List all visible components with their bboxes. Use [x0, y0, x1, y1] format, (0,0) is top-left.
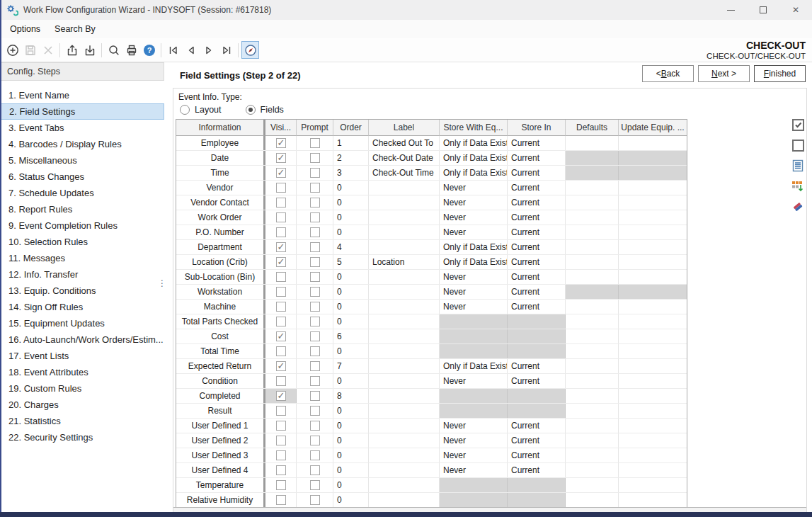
- prompt-cell[interactable]: [297, 419, 333, 433]
- prompt-checkbox[interactable]: [310, 183, 320, 193]
- info-cell[interactable]: Result: [176, 404, 265, 418]
- visible-cell[interactable]: [265, 419, 297, 433]
- info-cell[interactable]: Location (Crib): [176, 255, 265, 269]
- visible-checkbox[interactable]: [276, 153, 286, 163]
- store-with-eq-cell[interactable]: Never: [440, 270, 508, 284]
- store-in-cell[interactable]: Current: [508, 151, 566, 165]
- visible-checkbox[interactable]: [276, 302, 286, 312]
- visible-cell[interactable]: [265, 329, 297, 343]
- back-button[interactable]: < Back: [642, 65, 694, 82]
- store-in-cell[interactable]: Current: [508, 195, 566, 210]
- prompt-cell[interactable]: [297, 448, 333, 462]
- sidebar-item[interactable]: 8. Report Rules: [0, 201, 164, 217]
- label-cell[interactable]: [369, 195, 440, 210]
- order-cell[interactable]: 0: [333, 181, 369, 195]
- visible-cell[interactable]: [265, 151, 297, 165]
- defaults-cell[interactable]: [566, 181, 619, 195]
- update-equip-cell[interactable]: [619, 195, 687, 210]
- store-in-cell[interactable]: Current: [508, 270, 566, 284]
- defaults-cell[interactable]: [566, 285, 619, 299]
- info-cell[interactable]: Vendor Contact: [176, 195, 265, 210]
- defaults-cell[interactable]: [566, 374, 619, 388]
- defaults-cell[interactable]: [566, 419, 619, 433]
- visible-checkbox[interactable]: [276, 361, 286, 371]
- horizontal-scrollbar[interactable]: [173, 507, 806, 512]
- defaults-cell[interactable]: [566, 478, 619, 492]
- visible-cell[interactable]: [265, 478, 297, 492]
- order-cell[interactable]: 0: [333, 493, 369, 507]
- update-equip-cell[interactable]: [619, 240, 687, 254]
- defaults-cell[interactable]: [566, 136, 619, 150]
- visible-cell[interactable]: [265, 389, 297, 403]
- fields-radio[interactable]: [246, 105, 256, 115]
- label-cell[interactable]: [369, 404, 440, 418]
- store-with-eq-cell[interactable]: [440, 389, 508, 403]
- defaults-cell[interactable]: [566, 359, 619, 373]
- store-in-cell[interactable]: [508, 404, 566, 418]
- menu-options[interactable]: Options: [3, 22, 47, 36]
- uncheck-all-icon[interactable]: [791, 138, 805, 152]
- visible-cell[interactable]: [265, 433, 297, 448]
- info-cell[interactable]: Vendor: [176, 181, 265, 195]
- sidebar-item[interactable]: 4. Barcodes / Display Rules: [0, 136, 164, 152]
- prompt-checkbox[interactable]: [310, 227, 320, 237]
- sidebar-item[interactable]: 20. Charges: [0, 397, 164, 413]
- defaults-cell[interactable]: [566, 329, 619, 343]
- info-cell[interactable]: Machine: [176, 300, 265, 314]
- info-cell[interactable]: Expected Return: [176, 359, 265, 373]
- store-in-cell[interactable]: Current: [508, 463, 566, 477]
- prompt-cell[interactable]: [297, 181, 333, 195]
- visible-checkbox[interactable]: [276, 376, 286, 386]
- update-equip-cell[interactable]: [619, 166, 687, 180]
- sidebar-item[interactable]: 5. Miscellaneous: [0, 152, 164, 169]
- visible-checkbox[interactable]: [276, 495, 286, 505]
- store-in-cell[interactable]: [508, 329, 566, 343]
- visible-cell[interactable]: [265, 463, 297, 477]
- visible-cell[interactable]: [265, 255, 297, 269]
- order-cell[interactable]: 6: [333, 329, 369, 343]
- store-with-eq-cell[interactable]: [440, 344, 508, 358]
- label-cell[interactable]: [369, 448, 440, 462]
- label-cell[interactable]: [369, 493, 440, 507]
- visible-cell[interactable]: [265, 404, 297, 418]
- update-equip-cell[interactable]: [619, 136, 687, 150]
- sidebar-item[interactable]: 13. Equip. Conditions: [0, 283, 164, 299]
- info-cell[interactable]: User Defined 1: [176, 419, 265, 433]
- info-cell[interactable]: Condition: [176, 374, 265, 388]
- help-icon[interactable]: ?: [140, 41, 158, 59]
- store-in-cell[interactable]: Current: [508, 285, 566, 299]
- store-in-cell[interactable]: Current: [508, 166, 566, 180]
- label-cell[interactable]: Check-Out Date: [369, 151, 440, 165]
- info-cell[interactable]: User Defined 3: [176, 448, 265, 462]
- defaults-cell[interactable]: [566, 448, 619, 462]
- sidebar-item[interactable]: 7. Schedule Updates: [0, 185, 164, 201]
- store-with-eq-cell[interactable]: Only if Data Exists: [440, 240, 508, 254]
- prompt-cell[interactable]: [297, 329, 333, 343]
- sidebar-item[interactable]: 16. Auto-Launch/Work Orders/Estim...: [0, 331, 164, 348]
- sidebar-item[interactable]: 9. Event Completion Rules: [0, 217, 164, 234]
- prompt-cell[interactable]: [297, 270, 333, 284]
- visible-cell[interactable]: [265, 181, 297, 195]
- visible-cell[interactable]: [265, 374, 297, 388]
- update-equip-cell[interactable]: [619, 314, 687, 329]
- next-button[interactable]: Next >: [698, 65, 750, 82]
- visible-cell[interactable]: [265, 493, 297, 507]
- menu-search-by[interactable]: Search By: [47, 22, 103, 36]
- renumber-icon[interactable]: [791, 179, 805, 193]
- visible-checkbox[interactable]: [276, 406, 286, 416]
- prompt-checkbox[interactable]: [310, 331, 320, 341]
- visible-checkbox[interactable]: [276, 465, 286, 475]
- eraser-icon[interactable]: [791, 200, 805, 214]
- visible-checkbox[interactable]: [276, 287, 286, 297]
- store-with-eq-cell[interactable]: Never: [440, 448, 508, 462]
- order-cell[interactable]: 0: [333, 404, 369, 418]
- radio-option-fields[interactable]: Fields: [246, 105, 284, 115]
- prompt-cell[interactable]: [297, 404, 333, 418]
- store-with-eq-cell[interactable]: Never: [440, 181, 508, 195]
- order-cell[interactable]: 5: [333, 255, 369, 269]
- label-cell[interactable]: [369, 270, 440, 284]
- store-with-eq-cell[interactable]: Only if Data Exists: [440, 166, 508, 180]
- prompt-cell[interactable]: [297, 493, 333, 507]
- import-icon[interactable]: [81, 41, 98, 59]
- info-cell[interactable]: Total Parts Checked: [176, 314, 265, 329]
